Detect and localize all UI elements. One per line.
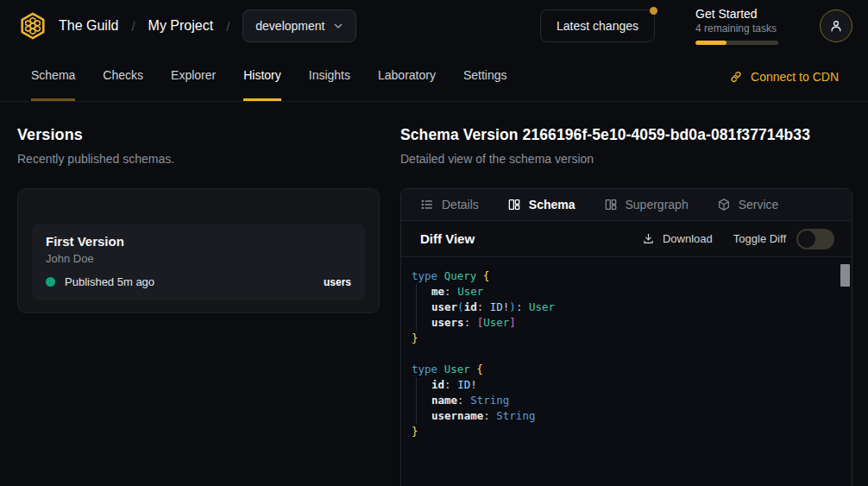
service-name-badge: users	[324, 276, 351, 288]
version-list-item[interactable]: First Version John Doe Published 5m ago …	[32, 224, 365, 300]
download-label: Download	[663, 232, 713, 245]
notification-dot	[650, 7, 657, 15]
download-icon	[642, 232, 655, 245]
columns-icon	[604, 198, 618, 211]
download-button[interactable]: Download	[642, 232, 713, 245]
latest-changes-button[interactable]: Latest changes	[540, 9, 655, 42]
get-started-progress-track	[695, 41, 778, 45]
breadcrumb-project[interactable]: My Project	[148, 18, 214, 34]
get-started-subtitle: 4 remaining tasks	[695, 22, 778, 35]
detail-tabs-bar: Details Schema	[401, 189, 852, 221]
get-started-title: Get Started	[695, 7, 778, 21]
version-detail-panel: Schema Version 2166196f-5e10-4059-bd0a-0…	[400, 126, 852, 486]
tab-details-label: Details	[442, 198, 479, 211]
nav-tab-explorer[interactable]: Explorer	[171, 52, 216, 101]
published-status-dot	[46, 277, 55, 287]
version-detail-title: Schema Version 2166196f-5e10-4059-bd0a-0…	[400, 126, 852, 144]
version-status-text: Published 5m ago	[65, 275, 154, 288]
nav-tab-history[interactable]: History	[243, 52, 281, 101]
breadcrumb-org[interactable]: The Guild	[59, 18, 118, 34]
versions-list-card: First Version John Doe Published 5m ago …	[17, 188, 380, 313]
toggle-diff-switch[interactable]	[796, 229, 834, 249]
user-avatar[interactable]	[820, 9, 852, 42]
breadcrumb-separator: /	[131, 19, 135, 34]
code-scrollbar-thumb[interactable]	[840, 264, 850, 287]
tab-service[interactable]: Service	[717, 198, 779, 211]
list-icon	[420, 198, 434, 211]
cube-icon	[717, 198, 731, 211]
diff-view-toolbar: Diff View Download Toggle D	[401, 221, 852, 257]
target-selector-value: development	[255, 19, 324, 33]
versions-panel: Versions Recently published schemas. Fir…	[17, 126, 380, 486]
nav-tab-insights[interactable]: Insights	[309, 52, 350, 101]
tab-supergraph-label: Supergraph	[626, 198, 689, 211]
nav-tab-schema[interactable]: Schema	[31, 52, 75, 101]
main-content: Versions Recently published schemas. Fir…	[0, 102, 868, 486]
target-selector-dropdown[interactable]: development	[242, 9, 356, 42]
columns-icon	[507, 198, 521, 211]
toggle-diff-group: Toggle Diff	[733, 229, 834, 249]
nav-tab-laboratory[interactable]: Laboratory	[378, 52, 436, 101]
latest-changes-wrapper: Latest changes	[540, 9, 655, 42]
top-header: The Guild / My Project / development Lat…	[0, 0, 868, 52]
tab-details[interactable]: Details	[420, 198, 479, 211]
schema-code-viewer: type Query {me: Useruser(id: ID!): Useru…	[401, 257, 852, 486]
chevron-down-icon	[333, 21, 343, 31]
toggle-diff-label: Toggle Diff	[733, 232, 786, 245]
diff-view-actions: Download Toggle Diff	[642, 229, 834, 249]
tab-schema-label: Schema	[529, 198, 576, 211]
breadcrumb-separator-2: /	[226, 19, 230, 34]
nav-tab-checks[interactable]: Checks	[103, 52, 143, 101]
get-started-widget[interactable]: Get Started 4 remaining tasks	[695, 7, 778, 45]
breadcrumb: The Guild / My Project /	[59, 18, 230, 34]
code-block: type Query {me: Useruser(id: ID!): Useru…	[412, 268, 840, 439]
main-nav: Schema Checks Explorer History Insights …	[0, 52, 868, 102]
connect-to-cdn-link[interactable]: Connect to CDN	[729, 52, 839, 101]
version-name: First Version	[46, 234, 351, 249]
honeycomb-icon	[17, 10, 48, 41]
versions-subtitle: Recently published schemas.	[17, 152, 380, 166]
tab-service-label: Service	[739, 198, 779, 211]
version-status-row: Published 5m ago users	[46, 275, 351, 288]
version-detail-subtitle: Detailed view of the schema version	[400, 152, 852, 166]
version-author: John Doe	[46, 252, 351, 265]
diff-view-title: Diff View	[420, 231, 475, 246]
version-detail-card: Details Schema	[400, 188, 852, 486]
connect-to-cdn-label: Connect to CDN	[751, 70, 839, 84]
link-chain-icon	[729, 70, 743, 84]
nav-tab-settings[interactable]: Settings	[463, 52, 507, 101]
hive-logo[interactable]	[16, 9, 50, 43]
tab-schema[interactable]: Schema	[507, 198, 576, 211]
person-icon	[828, 18, 844, 34]
versions-title: Versions	[17, 126, 380, 144]
toggle-knob	[798, 230, 815, 248]
tab-supergraph[interactable]: Supergraph	[604, 198, 689, 211]
progress-fill	[695, 41, 726, 45]
